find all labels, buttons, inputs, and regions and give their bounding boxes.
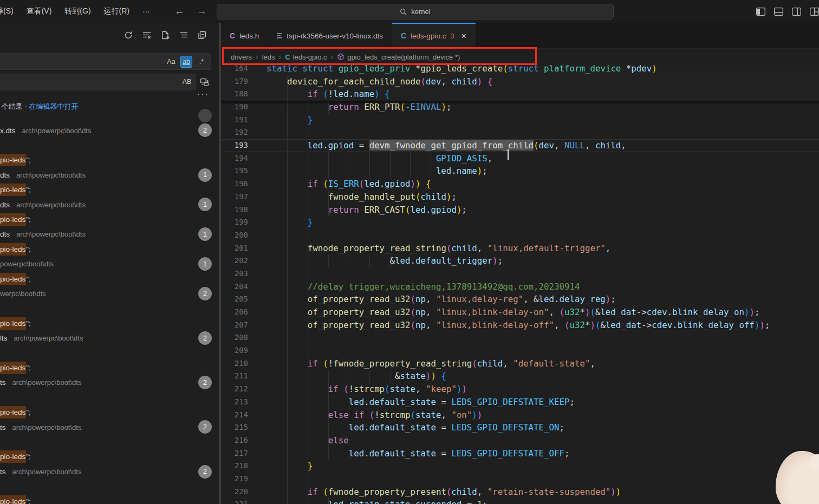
search-input[interactable]: Aa ab .* <box>0 53 211 70</box>
match-highlight: pio-leds <box>0 184 26 196</box>
tab-leds-gpio.c[interactable]: Cleds-gpio.c3✕ <box>392 23 476 49</box>
indent-guide <box>410 165 411 178</box>
tab-tspi-rk3566-user-v10-linux.dts[interactable]: tspi-rk3566-user-v10-linux.dts <box>268 23 392 49</box>
indent-guide <box>287 486 288 499</box>
token: ( <box>590 307 595 317</box>
match-result-row[interactable]: pio-leds"; <box>0 182 219 197</box>
code-line-208: 208 <box>221 331 819 344</box>
regex-button[interactable]: .* <box>196 56 207 68</box>
file-result-row[interactable]: tsarch\powerpc\boot\dts2 <box>0 420 219 434</box>
toggle-sidebar-icon[interactable] <box>756 8 765 16</box>
file-result-row[interactable]: dtsarch\powerpc\boot\dts1 <box>0 168 219 182</box>
indent-guide <box>287 254 288 267</box>
token: np <box>415 320 426 330</box>
open-search-editor-icon[interactable] <box>160 30 170 40</box>
code-line-210: 210if (!fwnode_property_read_string(chil… <box>221 357 819 370</box>
code-text: //delay trigger,wucaicheng,1378913492@qq… <box>308 280 580 293</box>
token: state <box>400 371 426 381</box>
match-result-row[interactable]: pio-leds"; <box>0 212 219 227</box>
menu-item-2[interactable]: 转到(G) <box>58 4 97 19</box>
match-result-row[interactable]: pio-leds"; <box>0 242 219 257</box>
file-result-row[interactable]: ltsarch\powerpc\boot\dts2 <box>0 331 219 345</box>
code-text: &state)) { <box>395 370 446 383</box>
line-number: 179 <box>221 75 248 88</box>
token: , <box>426 294 436 304</box>
result-row-spacer <box>0 479 219 494</box>
token: , <box>415 384 426 394</box>
file-result-row[interactable]: powerpc\boot\dts1 <box>0 257 219 271</box>
token <box>318 179 323 189</box>
indent-guide <box>308 126 308 139</box>
clear-results-icon[interactable] <box>142 30 152 40</box>
code-line-197: 197fwnode_handle_put(child); <box>221 191 819 204</box>
match-result-row[interactable]: pio-leds"; <box>0 316 219 331</box>
line-number: 209 <box>221 344 248 357</box>
token: ( <box>411 320 415 330</box>
file-result-row[interactable]: tsarch\powerpc\boot\dts2 <box>0 464 219 479</box>
collapse-all-icon[interactable] <box>197 30 207 40</box>
indent-guide <box>287 152 288 165</box>
indent-guide <box>287 421 288 434</box>
indent-guide <box>369 152 370 165</box>
menu-item-3[interactable]: 运行(R) <box>98 4 136 19</box>
line-number: 192 <box>221 126 248 139</box>
match-result-row[interactable]: pio-leds"; <box>0 361 219 375</box>
code-line-192: 192 <box>221 126 819 139</box>
code-editor[interactable]: 190return ERR_PTR(-EINVAL);191}192193led… <box>221 64 819 504</box>
token: ) <box>472 410 477 420</box>
more-actions-icon[interactable]: ··· <box>197 90 209 100</box>
match-highlight: pio-leds <box>0 317 26 330</box>
file-result-row[interactable]: dtsarch\powerpc\boot\dts1 <box>0 227 219 241</box>
preserve-case-button[interactable]: AB <box>181 76 193 88</box>
match-rest: "; <box>26 364 31 372</box>
file-result-row[interactable]: dtsarch\powerpc\boot\dts1 <box>0 197 219 212</box>
token: led <box>349 422 364 433</box>
file-result-row[interactable]: werpc\boot\dts2 <box>0 286 219 301</box>
code-text: led.default_state = LEDS_GPIO_DEFSTATE_O… <box>349 421 564 434</box>
tab-leds.h[interactable]: Cleds.h <box>221 23 268 49</box>
match-count-badge: 2 <box>198 331 212 345</box>
token: "on" <box>451 410 472 420</box>
toggle-secondary-sidebar-icon[interactable] <box>792 8 801 16</box>
token: ) <box>492 256 497 266</box>
token: cdev <box>652 320 672 330</box>
menu-item-1[interactable]: 查看(V) <box>20 4 58 19</box>
file-path: arch\powerpc\boot\dts <box>12 468 82 476</box>
line-number: 201 <box>221 242 248 255</box>
menu-item-4[interactable]: ··· <box>136 4 157 18</box>
token: else <box>328 410 349 420</box>
indent-guide <box>308 409 308 422</box>
indent-guide <box>308 447 308 460</box>
file-result-row[interactable]: x.dtsarch\powerpc\boot\dts2 <box>0 123 219 138</box>
command-center-search[interactable]: kernel <box>217 4 614 19</box>
token <box>318 487 323 497</box>
match-result-row[interactable]: pio-leds"; <box>0 449 219 464</box>
match-result-row[interactable]: pio-leds"; <box>0 271 219 286</box>
back-icon[interactable]: ← <box>174 5 185 17</box>
file-result-row[interactable]: tsarch\powerpc\boot\dts2 <box>0 375 219 390</box>
result-row-spacer[interactable] <box>0 108 219 123</box>
indent-guide <box>308 498 308 504</box>
customize-layout-icon[interactable] <box>810 8 819 16</box>
close-icon[interactable]: ✕ <box>461 32 467 40</box>
match-highlight: pio-leds <box>0 154 26 166</box>
view-as-tree-icon[interactable] <box>179 30 188 40</box>
menu-item-0[interactable]: 选择(S) <box>0 4 20 19</box>
token: , <box>426 320 436 330</box>
match-result-row[interactable]: pio-leds"; <box>0 153 219 167</box>
refresh-icon[interactable] <box>123 30 133 40</box>
match-case-button[interactable]: Aa <box>165 56 177 68</box>
whole-word-button[interactable]: ab <box>180 56 192 68</box>
toggle-panel-icon[interactable] <box>774 8 783 16</box>
forward-icon[interactable]: → <box>197 5 207 17</box>
replace-input[interactable]: AB <box>0 74 196 90</box>
token: struct <box>508 64 539 74</box>
match-result-row[interactable]: pio-leds"; <box>0 494 219 504</box>
token: child <box>420 192 446 202</box>
token: * <box>585 320 590 330</box>
code-text: GPIOD_ASIS, <box>436 152 492 165</box>
replace-all-icon[interactable] <box>198 76 210 88</box>
indent-guide <box>308 254 308 267</box>
line-number: 214 <box>221 409 248 422</box>
match-result-row[interactable]: pio-leds"; <box>0 405 219 420</box>
